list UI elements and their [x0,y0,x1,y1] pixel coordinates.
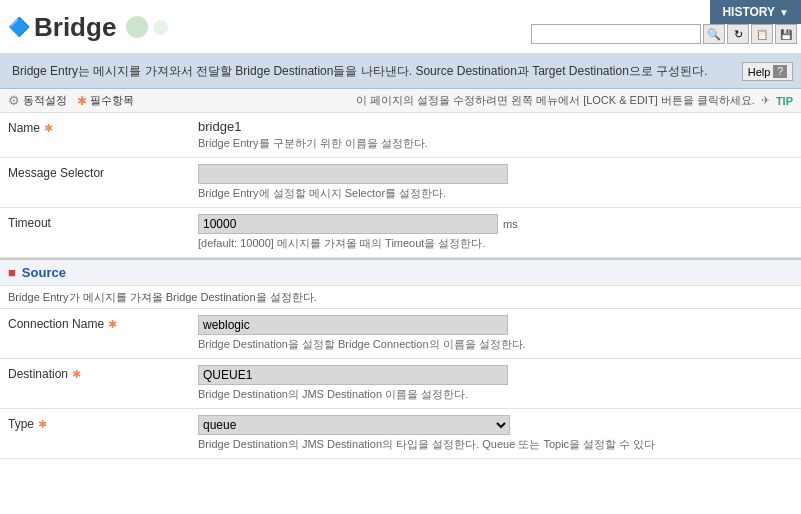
timeout-row: Timeout ms [default: 10000] 메시지를 가져올 때의 … [0,208,801,258]
type-req: ✱ [38,418,47,431]
tip-text: 이 페이지의 설정을 수정하려면 왼쪽 메뉴에서 [LOCK & EDIT] 버… [356,93,755,108]
timeout-unit: ms [503,218,518,230]
deco-circle2 [153,20,168,35]
dynamic-label: 동적설정 [23,93,67,108]
refresh-button[interactable]: ↻ [727,24,749,44]
type-row: Type ✱ queue topic Bridge Destination의 J… [0,409,801,459]
type-label: Type ✱ [8,415,198,431]
help-button[interactable]: Help ? [742,62,793,81]
source-desc: Bridge Entry가 메시지를 가져올 Bridge Destinatio… [0,286,801,309]
timeout-desc: [default: 10000] 메시지를 가져올 때의 Timeout을 설정… [198,236,793,251]
message-selector-desc: Bridge Entry에 설정할 메시지 Selector를 설정한다. [198,186,793,201]
required-setting[interactable]: ✱ 필수항목 [77,93,134,108]
type-desc: Bridge Destination의 JMS Destination의 타입을… [198,437,793,452]
history-arrow: ▼ [779,7,789,18]
page-title: Bridge [34,12,116,43]
bridge-icon: 🔷 [8,16,30,38]
connection-name-row: Connection Name ✱ Bridge Destination을 설정… [0,309,801,359]
save-button[interactable]: 💾 [775,24,797,44]
deco-circle1 [126,16,148,38]
destination-label: Destination ✱ [8,365,198,381]
connection-name-value-area: Bridge Destination을 설정할 Bridge Connectio… [198,315,793,352]
message-selector-label: Message Selector [8,164,198,180]
tip-label: TIP [776,95,793,107]
source-icon: ■ [8,265,16,280]
destination-req: ✱ [72,368,81,381]
name-req-icon: ✱ [44,122,53,135]
toolbar-row: ⚙ 동적설정 ✱ 필수항목 이 페이지의 설정을 수정하려면 왼쪽 메뉴에서 [… [0,89,801,113]
help-icon: ? [773,65,787,78]
destination-value-area: Bridge Destination의 JMS Destination 이름을 … [198,365,793,402]
timeout-label: Timeout [8,214,198,230]
name-label: Name ✱ [8,119,198,135]
tip-icon: ✈ [761,94,770,107]
destination-desc: Bridge Destination의 JMS Destination 이름을 … [198,387,793,402]
connection-name-req: ✱ [108,318,117,331]
search-input[interactable] [531,24,701,44]
description-box: Bridge Entry는 메시지를 가져와서 전달할 Bridge Desti… [0,54,801,89]
source-section-header: ■ Source [0,258,801,286]
timeout-input[interactable] [198,214,498,234]
source-title: Source [22,265,66,280]
required-label: 필수항목 [90,93,134,108]
name-value-area: bridge1 Bridge Entry를 구분하기 위한 이름을 설정한다. [198,119,793,151]
timeout-value-area: ms [default: 10000] 메시지를 가져올 때의 Timeout을… [198,214,793,251]
copy-button[interactable]: 📋 [751,24,773,44]
destination-row: Destination ✱ Bridge Destination의 JMS De… [0,359,801,409]
tip-area: 이 페이지의 설정을 수정하려면 왼쪽 메뉴에서 [LOCK & EDIT] 버… [356,93,793,108]
gear-icon: ⚙ [8,93,20,108]
help-label: Help [748,66,771,78]
connection-name-input[interactable] [198,315,508,335]
history-label: HISTORY [722,5,775,19]
type-value-area: queue topic Bridge Destination의 JMS Dest… [198,415,793,452]
description-text: Bridge Entry는 메시지를 가져와서 전달할 Bridge Desti… [12,64,708,78]
message-selector-row: Message Selector Bridge Entry에 설정할 메시지 S… [0,158,801,208]
asterisk-icon: ✱ [77,94,87,108]
name-value: bridge1 [198,119,793,134]
connection-name-label: Connection Name ✱ [8,315,198,331]
destination-input[interactable] [198,365,508,385]
dynamic-setting[interactable]: ⚙ 동적설정 [8,93,67,108]
name-row: Name ✱ bridge1 Bridge Entry를 구분하기 위한 이름을… [0,113,801,158]
connection-name-desc: Bridge Destination을 설정할 Bridge Connectio… [198,337,793,352]
history-button[interactable]: HISTORY ▼ [710,0,801,24]
message-selector-input[interactable] [198,164,508,184]
search-button[interactable]: 🔍 [703,24,725,44]
message-selector-value-area: Bridge Entry에 설정할 메시지 Selector를 설정한다. [198,164,793,201]
type-select[interactable]: queue topic [198,415,510,435]
name-desc: Bridge Entry를 구분하기 위한 이름을 설정한다. [198,136,793,151]
